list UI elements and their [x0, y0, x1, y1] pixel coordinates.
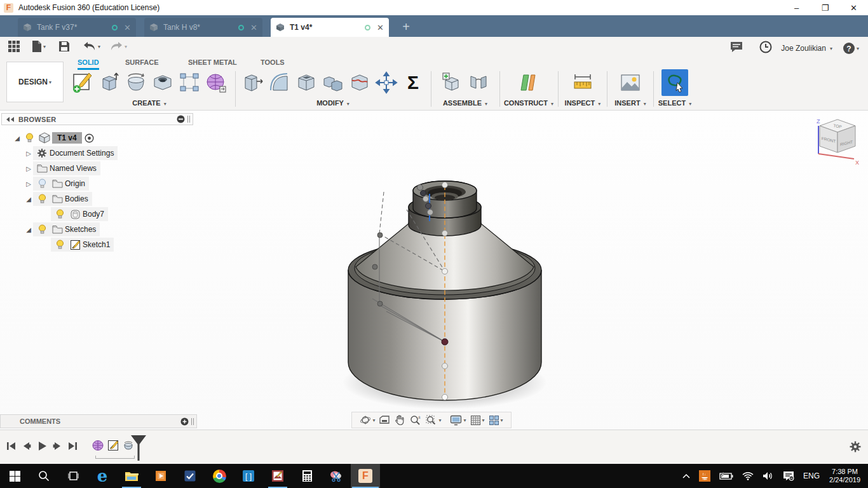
add-comment-icon[interactable] — [180, 417, 189, 426]
brackets-icon[interactable]: [ ] — [234, 464, 263, 488]
browser-row-sketches[interactable]: ◢ Sketches — [1, 222, 193, 237]
visibility-bulb-icon[interactable] — [54, 208, 65, 220]
activate-radio-icon[interactable] — [84, 132, 95, 144]
undo-button[interactable]: ▾ — [83, 41, 100, 51]
comments-bar[interactable]: COMMENTS — [0, 414, 197, 428]
revolve-button[interactable] — [123, 69, 149, 96]
orbit-tool[interactable]: ▾ — [360, 414, 375, 426]
browser-row-sketch1[interactable]: Sketch1 — [1, 237, 193, 252]
shell-button[interactable] — [293, 69, 320, 96]
close-tab-icon[interactable]: ✕ — [250, 23, 257, 32]
language-indicator[interactable]: ENG — [803, 471, 820, 480]
zoom-tool[interactable]: ± — [409, 414, 421, 426]
timeline-settings-gear-icon[interactable] — [849, 440, 862, 456]
change-parameters-button[interactable]: Σ — [400, 69, 426, 96]
create-sketch-button[interactable] — [69, 69, 96, 96]
visibility-bulb-icon[interactable] — [24, 132, 35, 144]
close-button[interactable]: ✕ — [839, 0, 868, 15]
new-component-button[interactable] — [438, 69, 465, 96]
workspace-selector[interactable]: DESIGN ▾ — [6, 62, 64, 102]
movies-tv-icon[interactable] — [146, 464, 175, 488]
java-tray-icon[interactable] — [699, 470, 710, 482]
document-tab[interactable]: Tank F v37* ✕ — [18, 18, 136, 37]
measure-button[interactable] — [569, 69, 596, 96]
visibility-bulb-icon[interactable] — [36, 224, 48, 235]
timeline-play-button[interactable] — [34, 438, 50, 454]
insert-group-label[interactable]: INSERT ▾ — [614, 99, 646, 107]
display-settings-tool[interactable]: ▾ — [450, 415, 466, 426]
snipping-tool-icon[interactable] — [322, 464, 351, 488]
panel-grip[interactable] — [191, 418, 194, 425]
selected-point[interactable] — [442, 339, 448, 345]
volume-tray-icon[interactable] — [763, 471, 774, 480]
help-menu[interactable]: ? ▾ — [843, 42, 859, 55]
browser-row-named-views[interactable]: ▷ Named Views — [1, 161, 193, 176]
timeline-feature-form[interactable] — [92, 439, 104, 452]
rectangular-pattern-button[interactable] — [176, 69, 203, 96]
start-button[interactable] — [0, 464, 29, 488]
panel-grip[interactable] — [187, 116, 190, 123]
combine-button[interactable] — [320, 69, 346, 96]
fillet-button[interactable] — [266, 69, 293, 96]
close-tab-icon[interactable]: ✕ — [377, 23, 384, 32]
browser-row-bodies[interactable]: ◢ Bodies — [1, 191, 193, 207]
expander-icon[interactable]: ◢ — [13, 135, 22, 142]
move-copy-button[interactable] — [373, 69, 400, 96]
press-pull-button[interactable] — [240, 69, 266, 96]
redo-button[interactable]: ▾ — [109, 41, 127, 51]
construct-group-label[interactable]: CONSTRUCT ▾ — [504, 99, 553, 107]
timeline-go-to-start-button[interactable] — [4, 438, 19, 454]
collapse-browser-icon[interactable] — [6, 116, 15, 123]
job-status-icon[interactable] — [759, 41, 772, 56]
construct-plane-button[interactable] — [515, 69, 542, 96]
visibility-bulb-icon[interactable] — [36, 193, 48, 205]
search-button[interactable] — [29, 464, 58, 488]
document-tab[interactable]: Tank H v8* ✕ — [144, 18, 262, 37]
minimize-button[interactable]: – — [782, 0, 811, 15]
user-menu[interactable]: Joe Zoulikian — [781, 44, 826, 53]
root-node-label[interactable]: T1 v4 — [52, 132, 82, 144]
viewports-tool[interactable]: ▾ — [489, 415, 503, 426]
select-tool-button[interactable] — [661, 69, 688, 96]
action-center-icon[interactable] — [783, 471, 794, 481]
fusion-360-taskbar-icon[interactable]: F — [351, 464, 380, 488]
viewport-canvas[interactable]: BROWSER ◢ T1 v4 ▷ Docum — [0, 111, 868, 430]
todo-icon[interactable] — [175, 464, 205, 488]
look-at-tool[interactable] — [379, 414, 390, 426]
comments-panel-icon[interactable] — [730, 41, 743, 55]
task-view-button[interactable] — [58, 464, 88, 488]
timeline-go-to-end-button[interactable] — [65, 438, 80, 454]
new-tab-button[interactable]: + — [397, 18, 415, 37]
inspect-group-label[interactable]: INSPECT ▾ — [565, 99, 601, 107]
zoom-window-tool[interactable]: ▾ — [425, 414, 441, 426]
offset-face-button[interactable] — [346, 69, 373, 96]
visibility-bulb-icon[interactable] — [54, 239, 65, 250]
wifi-tray-icon[interactable] — [742, 471, 754, 480]
assemble-group-label[interactable]: ASSEMBLE ▾ — [443, 99, 487, 107]
document-tab-active[interactable]: T1 v4* ✕ — [271, 18, 389, 37]
hide-panel-icon[interactable] — [177, 115, 185, 123]
calculator-icon[interactable] — [292, 464, 322, 488]
timeline-step-forward-button[interactable] — [50, 438, 65, 454]
file-menu-button[interactable]: ▾ — [32, 40, 46, 53]
expander-icon[interactable]: ▷ — [24, 165, 33, 172]
grid-snap-tool[interactable]: ▾ — [470, 415, 485, 426]
timeline-step-back-button[interactable] — [19, 438, 34, 454]
modify-group-label[interactable]: MODIFY ▾ — [316, 99, 349, 107]
browser-row-document-settings[interactable]: ▷ Document Settings — [1, 146, 193, 161]
data-panel-toggle-icon[interactable] — [8, 40, 20, 53]
expander-icon[interactable]: ▷ — [24, 150, 33, 157]
hole-button[interactable] — [149, 69, 176, 96]
photo-editor-icon[interactable] — [263, 464, 292, 488]
clock[interactable]: 7:38 PM 2/24/2019 — [829, 468, 860, 484]
view-cube[interactable]: Z X TOP FRONT RIGHT — [810, 114, 863, 168]
insert-canvas-button[interactable] — [617, 69, 644, 96]
create-form-button[interactable] — [203, 69, 229, 96]
browser-row-body7[interactable]: Body7 — [1, 207, 193, 222]
select-group-label[interactable]: SELECT ▾ — [658, 99, 691, 107]
joint-button[interactable] — [465, 69, 492, 96]
browser-row-origin[interactable]: ▷ Origin — [1, 176, 193, 191]
tray-chevron-icon[interactable] — [682, 473, 690, 478]
edge-icon[interactable]: e — [88, 464, 117, 488]
chrome-icon[interactable] — [205, 464, 234, 488]
